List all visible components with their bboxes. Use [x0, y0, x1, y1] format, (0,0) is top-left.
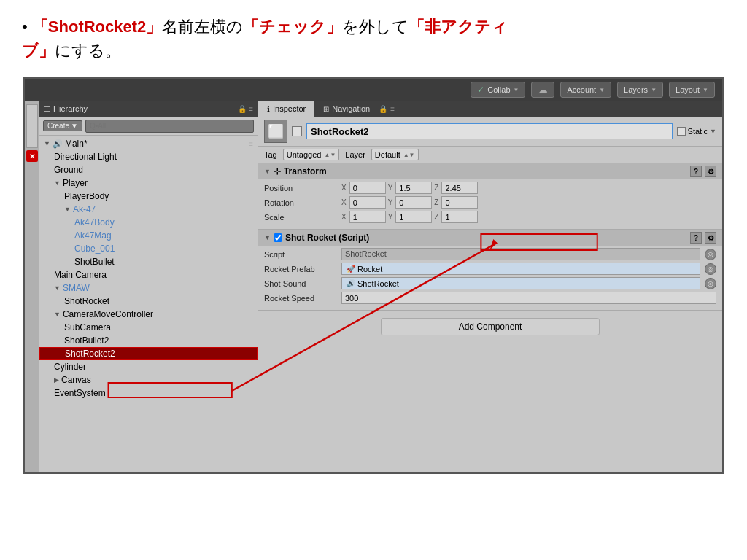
position-row: Position X Y Z: [264, 182, 716, 194]
hierarchy-item-cube001[interactable]: Cube_001: [39, 242, 258, 255]
hierarchy-item-ground[interactable]: Ground: [39, 163, 258, 176]
speed-field[interactable]: [341, 292, 716, 304]
tag-dropdown-arrow-icon: ▲▼: [324, 152, 336, 158]
scale-label: Scale: [264, 213, 337, 222]
transform-help-button[interactable]: ?: [690, 166, 702, 177]
cloud-button[interactable]: ☁: [531, 82, 554, 98]
hierarchy-item-main[interactable]: ▼ 🔊 Main* ≡: [39, 137, 258, 150]
hierarchy-item-shotbullet2[interactable]: ShotBullet2: [39, 334, 258, 347]
shot-rocket-header[interactable]: ▼ Shot Rocket (Script) ? ⚙: [258, 230, 722, 246]
object-name-field[interactable]: [306, 123, 673, 139]
add-component-row: Add Component: [258, 311, 722, 343]
object-3d-icon: ⬜: [268, 123, 284, 139]
tag-dropdown[interactable]: Untagged ▲▼: [283, 149, 340, 160]
hierarchy-item-playerbody[interactable]: PlayerBody: [39, 190, 258, 203]
sound-value: 🔊 ShotRocket: [341, 277, 700, 289]
object-active-checkbox[interactable]: [292, 126, 302, 136]
sound-icon: 🔊: [347, 279, 355, 287]
transform-icon: ⊹: [274, 166, 281, 176]
hierarchy-item-subcamera[interactable]: SubCamera: [39, 321, 258, 334]
hierarchy-item-ak47[interactable]: ▼ Ak-47: [39, 203, 258, 216]
create-arrow-icon: ▼: [71, 122, 78, 130]
rot-x-axis: X: [341, 198, 347, 206]
red-x-indicator: ✕: [26, 150, 38, 162]
tab-navigation[interactable]: ⊞ Navigation: [314, 101, 379, 117]
cameramove-expand-icon: ▼: [54, 311, 61, 318]
collab-icon: ✓: [477, 85, 484, 95]
strip-button-1[interactable]: [26, 104, 38, 148]
scale-y-axis: Y: [388, 213, 393, 221]
inspector-lock-icon[interactable]: 🔒: [379, 105, 387, 113]
script-select-button[interactable]: ◎: [705, 249, 716, 260]
hierarchy-item-eventsystem[interactable]: EventSystem: [39, 386, 258, 400]
hierarchy-item-cylinder[interactable]: Cylinder: [39, 360, 258, 373]
tab-inspector[interactable]: ℹ Inspector: [258, 101, 314, 117]
player-label: Player: [63, 178, 88, 188]
inspector-menu-icon[interactable]: ≡: [390, 105, 395, 113]
tag-layer-row: Tag Untagged ▲▼ Layer Default ▲▼: [258, 147, 722, 163]
create-button[interactable]: Create ▼: [43, 120, 82, 131]
rot-y-axis: Y: [388, 198, 393, 206]
hierarchy-item-directional-light[interactable]: Directional Light: [39, 150, 258, 163]
rotation-x-field[interactable]: [349, 196, 386, 209]
shotbullet-label: ShotBullet: [74, 257, 115, 267]
create-label: Create: [47, 122, 69, 130]
scale-y-field[interactable]: [395, 211, 432, 223]
collab-button[interactable]: ✓ Collab ▼: [471, 82, 525, 98]
shot-rocket-settings-button[interactable]: ⚙: [705, 232, 716, 244]
transform-header[interactable]: ▼ ⊹ Transform ? ⚙: [258, 163, 722, 179]
sound-select-button[interactable]: ◎: [705, 278, 716, 289]
hierarchy-item-shotbullet[interactable]: ShotBullet: [39, 255, 258, 268]
transform-title: Transform: [284, 166, 327, 176]
sound-label: Shot Sound: [264, 279, 337, 288]
player-expand-icon: ▼: [54, 179, 61, 187]
transform-settings-button[interactable]: ⚙: [705, 166, 716, 177]
rotation-z-field[interactable]: [441, 196, 478, 209]
static-label: Static: [688, 127, 708, 136]
collab-arrow-icon: ▼: [514, 87, 519, 93]
hierarchy-item-player[interactable]: ▼ Player: [39, 176, 258, 190]
hierarchy-list: ▼ 🔊 Main* ≡ Directional Light Ground: [39, 136, 258, 472]
scale-x-field[interactable]: [349, 211, 386, 223]
position-z-field[interactable]: [441, 182, 478, 194]
hierarchy-search-input[interactable]: [85, 120, 254, 133]
layout-button[interactable]: Layout ▼: [669, 82, 715, 98]
inspector-tab-icon: ℹ: [267, 105, 270, 113]
scale-z-field[interactable]: [441, 211, 478, 223]
position-y-field[interactable]: [395, 182, 432, 194]
hierarchy-item-ak47mag[interactable]: Ak47Mag: [39, 229, 258, 242]
layer-dropdown-arrow-icon: ▲▼: [403, 152, 415, 158]
hierarchy-item-smaw[interactable]: ▼ SMAW: [39, 281, 258, 295]
rotation-y-field[interactable]: [395, 196, 432, 209]
position-x-field[interactable]: [349, 182, 386, 194]
shot-rocket-help-button[interactable]: ?: [690, 232, 702, 244]
hierarchy-item-shotrocket[interactable]: ShotRocket: [39, 295, 258, 308]
ak47body-label: Ak47Body: [74, 217, 115, 228]
hierarchy-item-cameramove[interactable]: ▼ CameraMoveController: [39, 308, 258, 321]
hierarchy-item-ak47body[interactable]: Ak47Body: [39, 216, 258, 229]
hierarchy-item-canvas[interactable]: ▶ Canvas: [39, 373, 258, 386]
layer-dropdown[interactable]: Default ▲▼: [371, 149, 419, 160]
pos-y-axis: Y: [388, 184, 393, 192]
shot-rocket-enable-checkbox[interactable]: [274, 233, 282, 242]
hierarchy-item-maincamera[interactable]: Main Camera: [39, 268, 258, 281]
static-checkbox[interactable]: [677, 127, 686, 136]
add-component-button[interactable]: Add Component: [381, 318, 600, 335]
tag-value: Untagged: [287, 150, 322, 159]
shot-rocket-component: ▼ Shot Rocket (Script) ? ⚙ Script: [258, 230, 722, 311]
inspector-panel: ℹ Inspector ⊞ Navigation 🔒 ≡: [258, 101, 722, 472]
ak47-label: Ak-47: [73, 204, 96, 214]
object-icon: ⬜: [264, 120, 287, 143]
position-xyz: X Y Z: [341, 182, 716, 194]
page-content: • 「ShotRocket2」名前左横の「チェック」を外して「非アクティ ブ」に…: [0, 0, 747, 481]
account-button[interactable]: Account ▼: [560, 82, 611, 98]
hierarchy-lock-icon: 🔒 ≡: [238, 105, 253, 113]
transform-actions: ? ⚙: [690, 166, 716, 177]
static-area: Static ▼: [677, 127, 716, 136]
scale-x-axis: X: [341, 213, 347, 221]
prefab-row: Rocket Prefab 🚀 Rocket ◎: [264, 262, 716, 275]
hierarchy-item-shotrocket2[interactable]: ShotRocket2: [39, 347, 258, 360]
layers-button[interactable]: Layers ▼: [617, 82, 663, 98]
prefab-select-button[interactable]: ◎: [705, 263, 716, 275]
shotrocket2-label: ShotRocket2: [65, 349, 115, 359]
